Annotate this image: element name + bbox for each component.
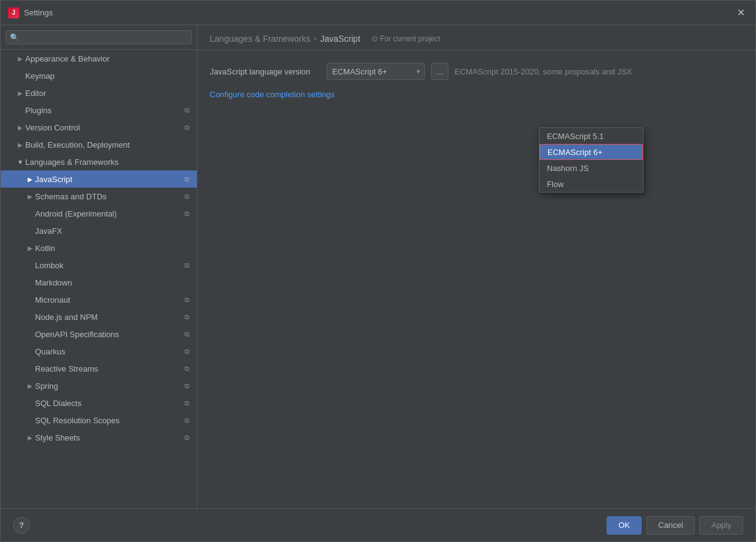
- sidebar-label-style: Style Sheets: [35, 433, 180, 442]
- arrow-icon-kotlin: ▶: [25, 243, 35, 253]
- help-button[interactable]: ?: [13, 517, 30, 534]
- sidebar-label-appearance: Appearance & Behavior: [25, 54, 192, 63]
- sidebar-item-javascript[interactable]: ▶ JavaScript ⧉: [1, 170, 197, 188]
- app-icon: J: [8, 7, 19, 18]
- search-icon: 🔍: [10, 33, 19, 42]
- copy-icon-lombok: ⧉: [182, 260, 192, 270]
- sidebar-item-kotlin[interactable]: ▶ Kotlin: [1, 239, 197, 257]
- copy-icon-schemas: ⧉: [182, 191, 192, 201]
- sidebar-label-editor: Editor: [25, 89, 192, 98]
- sidebar-label-markdown: Markdown: [35, 278, 192, 287]
- sidebar-item-markdown[interactable]: Markdown: [1, 274, 197, 291]
- copy-icon-nodejs: ⧉: [182, 312, 192, 322]
- breadcrumb-parent: Languages & Frameworks: [210, 34, 310, 44]
- globe-icon: ⊙: [372, 34, 378, 43]
- arrow-icon-plugins: [15, 105, 25, 115]
- sidebar-label-languages: Languages & Frameworks: [25, 157, 192, 167]
- search-box: 🔍: [1, 25, 197, 50]
- settings-dialog: J Settings ✕ 🔍 ▶ Appearance & Behavior: [0, 0, 756, 542]
- language-version-dropdown[interactable]: ECMAScript 6+: [327, 63, 425, 80]
- sidebar-item-micronaut[interactable]: Micronaut ⧉: [1, 291, 197, 308]
- arrow-icon-sql-r: [25, 415, 35, 425]
- sidebar-label-spring: Spring: [35, 381, 180, 391]
- content-area: Languages & Frameworks › JavaScript ⊙ Fo…: [197, 25, 755, 508]
- sidebar-label-build: Build, Execution, Deployment: [25, 140, 192, 149]
- arrow-icon-markdown: [25, 277, 35, 287]
- sidebar-item-appearance[interactable]: ▶ Appearance & Behavior: [1, 50, 197, 67]
- sidebar-item-android[interactable]: Android (Experimental) ⧉: [1, 205, 197, 222]
- sidebar-item-version-control[interactable]: ▶ Version Control ⧉: [1, 119, 197, 136]
- ellipsis-button[interactable]: ...: [431, 63, 448, 80]
- sidebar-item-openapi[interactable]: OpenAPI Specifications ⧉: [1, 325, 197, 343]
- option-flow[interactable]: Flow: [539, 176, 643, 192]
- copy-icon-micronaut: ⧉: [182, 295, 192, 305]
- breadcrumb-separator: ›: [314, 34, 316, 43]
- arrow-icon-lombok: [25, 260, 35, 270]
- arrow-icon-schemas: ▶: [25, 191, 35, 201]
- sidebar-item-sql-resolution[interactable]: SQL Resolution Scopes ⧉: [1, 412, 197, 429]
- sidebar-label-openapi: OpenAPI Specifications: [35, 330, 180, 339]
- sidebar-label-plugins: Plugins: [25, 106, 180, 115]
- arrow-icon-build: ▶: [15, 140, 25, 149]
- copy-icon-quarkus: ⧉: [182, 346, 192, 356]
- copy-icon-plugins: ⧉: [182, 105, 192, 115]
- sidebar-item-plugins[interactable]: Plugins ⧉: [1, 102, 197, 119]
- option-nashornjs-label: Nashorn JS: [547, 164, 589, 173]
- sidebar-item-sql-dialects[interactable]: SQL Dialects ⧉: [1, 394, 197, 412]
- copy-icon-sql-d: ⧉: [182, 398, 192, 408]
- sidebar-item-spring[interactable]: ▶ Spring ⧉: [1, 377, 197, 394]
- sidebar-label-schemas: Schemas and DTDs: [35, 192, 180, 201]
- copy-icon-android: ⧉: [182, 209, 192, 218]
- language-version-label: JavaScript language version: [210, 67, 320, 76]
- sidebar-item-build[interactable]: ▶ Build, Execution, Deployment: [1, 136, 197, 153]
- dropdown-wrapper: ECMAScript 6+ ▼: [327, 63, 425, 80]
- option-ecma6[interactable]: ECMAScript 6+: [539, 144, 643, 160]
- arrow-icon-keymap: [15, 71, 25, 81]
- language-version-popup: ECMAScript 5.1 ECMAScript 6+ Nashorn JS …: [539, 127, 643, 193]
- sidebar-item-keymap[interactable]: Keymap: [1, 67, 197, 84]
- arrow-icon-openapi: [25, 329, 35, 339]
- copy-icon-vc: ⧉: [182, 122, 192, 132]
- arrow-icon-javafx: [25, 226, 35, 236]
- arrow-icon-spring: ▶: [25, 381, 35, 391]
- sidebar-item-schemas[interactable]: ▶ Schemas and DTDs ⧉: [1, 188, 197, 205]
- sidebar-item-lombok[interactable]: Lombok ⧉: [1, 257, 197, 274]
- breadcrumb-current: JavaScript: [320, 34, 360, 44]
- ok-button[interactable]: OK: [607, 516, 642, 535]
- sidebar-label-sql-r: SQL Resolution Scopes: [35, 416, 180, 425]
- option-nashornjs[interactable]: Nashorn JS: [539, 160, 643, 176]
- arrow-icon-nodejs: [25, 312, 35, 322]
- sidebar-label-kotlin: Kotlin: [35, 244, 192, 253]
- arrow-icon-editor: ▶: [15, 88, 25, 98]
- sidebar-item-editor[interactable]: ▶ Editor: [1, 84, 197, 102]
- option-ecma6-label: ECMAScript 6+: [547, 148, 602, 157]
- sidebar-item-style-sheets[interactable]: ▶ Style Sheets ⧉: [1, 429, 197, 446]
- close-button[interactable]: ✕: [733, 6, 748, 20]
- configure-code-completion-link[interactable]: Configure code completion settings: [210, 90, 335, 99]
- arrow-icon-javascript: ▶: [25, 174, 35, 184]
- sidebar-label-nodejs: Node.js and NPM: [35, 313, 180, 322]
- sidebar-label-sql-d: SQL Dialects: [35, 399, 180, 408]
- arrow-icon-quarkus: [25, 346, 35, 356]
- sidebar-label-micronaut: Micronaut: [35, 295, 180, 305]
- arrow-icon-reactive: [25, 364, 35, 373]
- sidebar-item-javafx[interactable]: JavaFX: [1, 222, 197, 239]
- arrow-icon-vc: ▶: [15, 122, 25, 132]
- sidebar-item-nodejs[interactable]: Node.js and NPM ⧉: [1, 308, 197, 325]
- option-flow-label: Flow: [547, 180, 563, 189]
- sidebar-item-languages[interactable]: ▼ Languages & Frameworks: [1, 153, 197, 170]
- content-header: Languages & Frameworks › JavaScript ⊙ Fo…: [197, 25, 755, 50]
- search-input[interactable]: [22, 33, 188, 42]
- apply-button[interactable]: Apply: [699, 516, 743, 535]
- sidebar-label-keymap: Keymap: [25, 71, 192, 81]
- sidebar-label-quarkus: Quarkus: [35, 347, 180, 356]
- option-ecma51[interactable]: ECMAScript 5.1: [539, 128, 643, 144]
- copy-icon-javascript: ⧉: [182, 174, 192, 184]
- cancel-button[interactable]: Cancel: [647, 516, 694, 535]
- sidebar-label-vc: Version Control: [25, 123, 180, 132]
- sidebar-item-reactive-streams[interactable]: Reactive Streams ⧉: [1, 360, 197, 377]
- sidebar-label-android: Android (Experimental): [35, 209, 180, 218]
- sidebar-label-javafx: JavaFX: [35, 226, 192, 236]
- arrow-icon-micronaut: [25, 295, 35, 305]
- sidebar-item-quarkus[interactable]: Quarkus ⧉: [1, 343, 197, 360]
